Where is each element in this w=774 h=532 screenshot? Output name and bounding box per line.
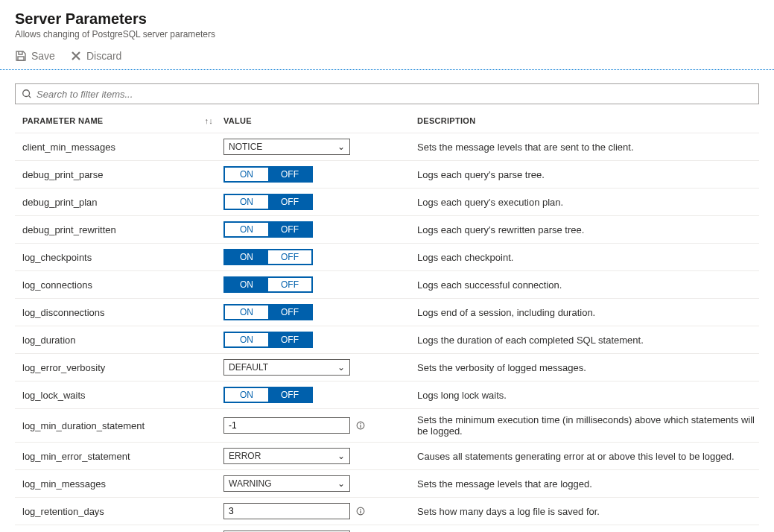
table-row: debug_print_parseONOFFLogs each query's …: [15, 160, 759, 188]
select-client_min_messages[interactable]: NOTICE⌄: [223, 139, 350, 155]
column-header-value[interactable]: VALUE: [223, 116, 417, 125]
param-name: debug_print_rewritten: [22, 224, 223, 235]
param-value: ONOFF: [223, 166, 417, 183]
param-description: Logs each query's execution plan.: [417, 197, 759, 208]
search-icon: [22, 89, 32, 99]
toggle-on[interactable]: ON: [225, 195, 268, 209]
close-icon: [70, 50, 82, 62]
save-button[interactable]: Save: [15, 50, 55, 62]
toggle-log_lock_waits[interactable]: ONOFF: [223, 387, 313, 403]
svg-rect-7: [360, 509, 361, 510]
param-name: log_lock_waits: [22, 390, 223, 401]
svg-rect-3: [360, 425, 361, 428]
sort-icon: ↑↓: [204, 116, 213, 125]
input-log_min_duration_statement[interactable]: [223, 417, 350, 434]
toggle-debug_print_plan[interactable]: ONOFF: [223, 194, 313, 210]
param-description: Sets the message levels that are logged.: [417, 478, 759, 490]
chevron-down-icon: ⌄: [337, 478, 345, 489]
toggle-on[interactable]: ON: [225, 250, 268, 264]
toggle-on[interactable]: ON: [225, 168, 268, 181]
toggle-off[interactable]: OFF: [268, 195, 311, 209]
param-description: Logs each successful connection.: [417, 279, 759, 291]
toggle-off[interactable]: OFF: [268, 333, 311, 346]
table-row: log_lock_waitsONOFFLogs long lock waits.: [15, 381, 759, 408]
param-description: Logs each query's parse tree.: [417, 169, 759, 180]
param-name: log_error_verbosity: [22, 362, 223, 373]
toggle-on[interactable]: ON: [225, 333, 268, 346]
info-icon[interactable]: [356, 507, 365, 516]
param-name: log_min_duration_statement: [22, 420, 223, 431]
param-description: Sets the minimum execution time (in mill…: [417, 414, 759, 437]
input-log_retention_days[interactable]: [223, 503, 350, 519]
toggle-on[interactable]: ON: [225, 388, 268, 402]
toggle-off[interactable]: OFF: [268, 305, 311, 319]
toggle-on[interactable]: ON: [225, 223, 268, 236]
param-value: ERROR⌄: [223, 448, 417, 464]
toggle-log_checkpoints[interactable]: ONOFF: [223, 249, 313, 265]
svg-rect-0: [18, 57, 24, 60]
param-description: Logs each query's rewritten parse tree.: [417, 224, 759, 235]
column-header-description[interactable]: DESCRIPTION: [417, 116, 759, 125]
divider: [0, 69, 774, 70]
param-name: log_connections: [22, 279, 223, 291]
param-value: ONOFF: [223, 304, 417, 320]
param-description: Logs each checkpoint.: [417, 252, 759, 263]
info-icon[interactable]: [356, 421, 365, 430]
param-name: log_min_error_statement: [22, 451, 223, 462]
table-header: PARAMETER NAME ↑↓ VALUE DESCRIPTION: [15, 107, 759, 133]
toggle-off[interactable]: OFF: [268, 168, 311, 181]
column-header-name[interactable]: PARAMETER NAME ↑↓: [22, 116, 223, 125]
param-description: Logs end of a session, including duratio…: [417, 307, 759, 318]
toggle-on[interactable]: ON: [225, 305, 268, 319]
toggle-log_connections[interactable]: ONOFF: [223, 276, 313, 293]
svg-rect-4: [360, 423, 361, 424]
table-row: log_min_duration_statementSets the minim…: [15, 408, 759, 442]
param-value: ONOFF: [223, 221, 417, 238]
param-name: debug_print_plan: [22, 197, 223, 208]
param-name: debug_print_parse: [22, 169, 223, 180]
table-row: log_min_error_statementERROR⌄Causes all …: [15, 442, 759, 469]
param-name: log_retention_days: [22, 506, 223, 517]
table-row: log_statementNONE⌄Sets the type of state…: [15, 525, 759, 532]
param-name: log_disconnections: [22, 307, 223, 318]
select-log_min_error_statement[interactable]: ERROR⌄: [223, 448, 350, 464]
discard-button[interactable]: Discard: [70, 50, 121, 62]
table-row: debug_print_planONOFFLogs each query's e…: [15, 188, 759, 215]
toggle-debug_print_parse[interactable]: ONOFF: [223, 166, 313, 183]
param-value: [223, 503, 417, 519]
search-input-wrap[interactable]: [15, 83, 759, 104]
param-value: WARNING⌄: [223, 475, 417, 492]
param-description: Sets the verbosity of logged messages.: [417, 362, 759, 373]
param-description: Logs long lock waits.: [417, 390, 759, 401]
param-description: Causes all statements generating error a…: [417, 451, 759, 462]
param-value: ONOFF: [223, 249, 417, 265]
toggle-on[interactable]: ON: [225, 278, 268, 291]
param-description: Sets the message levels that are sent to…: [417, 142, 759, 153]
toggle-off[interactable]: OFF: [268, 250, 311, 264]
svg-rect-6: [360, 510, 361, 513]
param-description: Logs the duration of each completed SQL …: [417, 335, 759, 346]
table-row: log_disconnectionsONOFFLogs end of a ses…: [15, 298, 759, 326]
param-value: [223, 417, 417, 434]
param-value: NOTICE⌄: [223, 139, 417, 155]
toggle-log_disconnections[interactable]: ONOFF: [223, 304, 313, 320]
search-input[interactable]: [37, 89, 752, 100]
chevron-down-icon: ⌄: [337, 142, 345, 152]
toggle-off[interactable]: OFF: [268, 388, 311, 402]
table-row: log_retention_daysSets how many days a l…: [15, 497, 759, 525]
toggle-debug_print_rewritten[interactable]: ONOFF: [223, 221, 313, 238]
toggle-off[interactable]: OFF: [268, 278, 311, 291]
param-value: ONOFF: [223, 387, 417, 403]
chevron-down-icon: ⌄: [337, 451, 345, 461]
table-row: log_min_messagesWARNING⌄Sets the message…: [15, 469, 759, 497]
toggle-off[interactable]: OFF: [268, 223, 311, 236]
select-log_error_verbosity[interactable]: DEFAULT⌄: [223, 359, 350, 376]
table-row: log_checkpointsONOFFLogs each checkpoint…: [15, 243, 759, 270]
param-value: DEFAULT⌄: [223, 359, 417, 376]
param-name: log_duration: [22, 335, 223, 346]
table-row: log_error_verbosityDEFAULT⌄Sets the verb…: [15, 353, 759, 381]
param-value: ONOFF: [223, 194, 417, 210]
param-name: client_min_messages: [22, 142, 223, 153]
select-log_min_messages[interactable]: WARNING⌄: [223, 475, 350, 492]
toggle-log_duration[interactable]: ONOFF: [223, 332, 313, 348]
